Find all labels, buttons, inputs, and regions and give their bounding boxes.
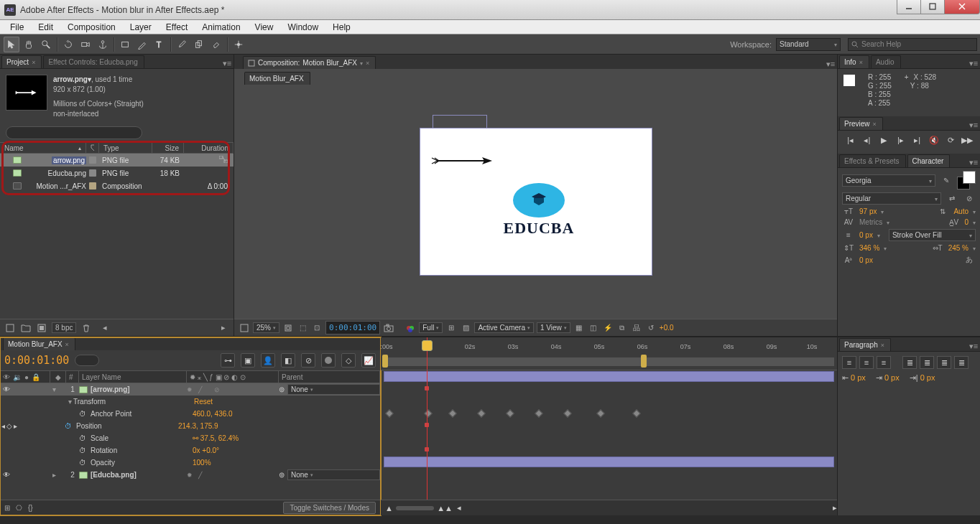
prev-frame-button[interactable]: ◂| (861, 134, 873, 146)
frame-blend-icon[interactable]: ◧ (281, 353, 295, 368)
new-comp-icon[interactable] (36, 322, 47, 334)
prop-position[interactable]: ◂◇▸⏱Position214.3, 175.9 (0, 420, 380, 432)
keyframe[interactable] (632, 409, 640, 417)
work-area-start-handle[interactable] (382, 355, 388, 368)
label-swatch[interactable] (89, 169, 96, 177)
stopwatch-icon[interactable]: ⏱ (79, 459, 86, 467)
prop-scale[interactable]: ⏱Scale⚯ 37.5, 62.4% (0, 432, 380, 444)
layer-row[interactable]: 👁 ▸ 2 [Educba.png] ✹ ╱ ⊚None▾ (0, 469, 380, 481)
brackets-icon[interactable]: {} (28, 504, 33, 512)
transform-group[interactable]: ▾ Transform Reset (0, 396, 380, 408)
lock-icon[interactable]: 🔒 (32, 373, 40, 381)
comp-subtab[interactable]: Motion Blur_AFX (244, 72, 310, 85)
scroll-right-icon[interactable]: ▸ (218, 322, 229, 334)
pickwhip-icon[interactable]: ⊚ (279, 471, 285, 479)
prop-rotation[interactable]: ⏱Rotation0x +0.0° (0, 444, 380, 457)
work-area-bar[interactable] (384, 357, 834, 366)
camera-dropdown[interactable]: Active Camera▾ (474, 322, 534, 333)
effects-presets-tab[interactable]: Effects & Presets (839, 154, 906, 167)
expand-icon[interactable]: ⊞ (4, 504, 10, 512)
zoom-out-icon[interactable]: ▲ (385, 504, 393, 513)
canvas[interactable]: EDUCBA (420, 128, 652, 276)
keyframe[interactable] (424, 409, 432, 417)
stopwatch-icon[interactable]: ⏱ (79, 410, 86, 418)
view-icon[interactable]: ▦ (573, 322, 585, 334)
paragraph-tab[interactable]: Paragraph× (839, 338, 891, 351)
parent-dropdown[interactable]: None▾ (287, 384, 380, 395)
loop-button[interactable]: ⟳ (945, 134, 956, 146)
timecode-display[interactable]: 0:00:01:00 (325, 321, 380, 334)
eyedropper-icon[interactable]: ✎ (940, 177, 953, 184)
next-frame-button[interactable]: |▸ (895, 134, 906, 146)
align-center-button[interactable]: ≡ (859, 356, 874, 369)
project-tab[interactable]: Project× (1, 55, 42, 68)
selection-tool[interactable] (4, 37, 19, 52)
reset-link[interactable]: Reset (194, 398, 213, 406)
audio-tab[interactable]: Audio (871, 55, 901, 68)
menu-effect[interactable]: Effect (159, 21, 195, 34)
indent-first-value[interactable]: 0 px (884, 373, 900, 382)
layer-bar[interactable] (384, 371, 834, 382)
align-right-button[interactable]: ≡ (877, 356, 891, 369)
arrow-layer[interactable] (430, 156, 496, 167)
workspace-dropdown[interactable]: Standard (776, 38, 841, 51)
timeline-search[interactable] (75, 355, 99, 366)
menu-view[interactable]: View (248, 21, 281, 34)
timeline-tab[interactable]: Motion Blur_AFX× (3, 337, 75, 350)
eye-icon[interactable]: 👁 (3, 373, 10, 381)
prev-key-icon[interactable]: ◂ (1, 422, 5, 430)
scroll-left-icon[interactable]: ◂ (457, 503, 461, 513)
comp-flow-icon[interactable]: 品 (631, 322, 642, 334)
eraser-tool[interactable] (208, 37, 224, 52)
twirl-icon[interactable]: ▾ (50, 385, 57, 393)
resolution-dropdown[interactable]: Full▾ (419, 322, 443, 333)
stopwatch-icon[interactable]: ⏱ (79, 446, 86, 454)
first-frame-button[interactable]: |◂ (845, 134, 856, 146)
views-dropdown[interactable]: 1 View▾ (537, 322, 570, 333)
tracking-value[interactable]: 0 (964, 218, 969, 226)
timeline-tracks[interactable] (381, 370, 837, 500)
col-duration[interactable]: Duration (184, 143, 234, 153)
rotate-tool[interactable] (60, 37, 76, 52)
current-time[interactable]: 0:00:01:00 (4, 354, 69, 367)
panel-menu-icon[interactable]: ▾≡ (967, 59, 980, 68)
menu-edit[interactable]: Edit (31, 21, 60, 34)
roi-icon[interactable] (282, 322, 294, 334)
grid-icon[interactable] (239, 322, 250, 334)
maximize-button[interactable] (920, 0, 945, 14)
effect-controls-tab[interactable]: Effect Controls: Educba.png (43, 55, 144, 68)
pickwhip-icon[interactable]: ⊚ (279, 385, 285, 393)
project-search-input[interactable] (6, 126, 142, 139)
mask-icon[interactable]: ⬚ (297, 322, 308, 334)
close-icon[interactable]: × (366, 60, 369, 67)
draft3d-icon[interactable]: ▣ (241, 353, 255, 368)
info-tab[interactable]: Info× (839, 55, 869, 68)
puppet-tool[interactable] (231, 37, 246, 52)
zoom-slider[interactable] (396, 506, 434, 510)
col-type[interactable]: Type (99, 143, 152, 153)
project-row[interactable]: Educba.png PNG file 18 KB (0, 167, 234, 179)
label-swatch[interactable] (89, 156, 96, 164)
col-label[interactable] (86, 143, 99, 153)
no-fill-icon[interactable]: ⊘ (963, 195, 976, 202)
font-family-dropdown[interactable]: Georgia (842, 174, 935, 187)
menu-help[interactable]: Help (325, 21, 358, 34)
next-key-icon[interactable]: ▸ (14, 422, 17, 430)
vscale-value[interactable]: 346 % (859, 244, 879, 252)
project-row[interactable]: Motion ...r_AFX Composition Δ 0:00 (0, 179, 234, 192)
menu-animation[interactable]: Animation (195, 21, 247, 34)
interpret-icon[interactable] (4, 322, 16, 334)
leading-value[interactable]: Auto (953, 207, 969, 215)
zoom-in-icon[interactable]: ▲▲ (437, 504, 453, 513)
brainstorm-icon[interactable] (321, 353, 336, 368)
misc-icon[interactable]: ⊡ (311, 322, 323, 334)
comp-tab[interactable]: Composition: Motion Blur_AFX × (243, 56, 376, 69)
keyframe[interactable] (385, 409, 393, 417)
panel-menu-icon[interactable]: ▾≡ (967, 342, 980, 351)
menu-layer[interactable]: Layer (123, 21, 159, 34)
anchor-tool[interactable] (95, 37, 111, 52)
work-area-end-handle[interactable] (641, 355, 647, 368)
keyframe[interactable] (506, 409, 514, 417)
guides-icon[interactable]: ⊞ (445, 322, 457, 334)
col-name[interactable]: Name▴ (0, 143, 86, 153)
